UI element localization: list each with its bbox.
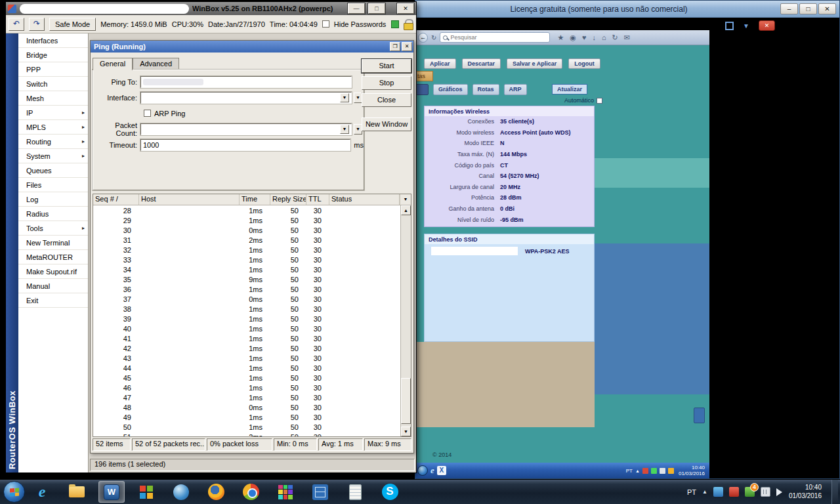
taskbar-item-firefox[interactable] bbox=[203, 481, 229, 503]
close-button[interactable]: Close bbox=[362, 93, 411, 107]
table-row[interactable]: 35 9ms 50 30 bbox=[93, 274, 400, 284]
taskbar-item-skype[interactable]: S bbox=[377, 481, 403, 503]
table-row[interactable]: 42 1ms 50 30 bbox=[93, 343, 400, 353]
webfig-tab-clipped[interactable] bbox=[415, 84, 429, 95]
timeout-input[interactable]: 1000 bbox=[140, 139, 350, 151]
menu-item[interactable]: Routing ▸ bbox=[18, 135, 88, 149]
scrollbar-thumb[interactable] bbox=[401, 378, 411, 424]
interface-combobox[interactable]: ▼ bbox=[140, 92, 352, 104]
close-button[interactable]: ✕ bbox=[402, 42, 412, 51]
column-seq[interactable]: Seq # / bbox=[93, 194, 139, 205]
redo-icon[interactable]: ↷ bbox=[29, 18, 45, 31]
ping-to-input[interactable] bbox=[140, 76, 352, 88]
auto-checkbox[interactable] bbox=[597, 98, 602, 104]
safe-mode-button[interactable]: Safe Mode bbox=[49, 18, 96, 31]
remote-tray-icon-green[interactable] bbox=[651, 468, 657, 474]
remote-keyboard-icon[interactable] bbox=[660, 468, 665, 474]
tray-update-icon[interactable] bbox=[713, 487, 723, 497]
table-row[interactable]: 49 1ms 50 30 bbox=[93, 412, 400, 422]
start-button[interactable] bbox=[3, 481, 25, 503]
tray-activity-icon[interactable]: 4 bbox=[745, 487, 755, 497]
maximize-button[interactable]: □ bbox=[799, 3, 817, 14]
scrollbar-track[interactable] bbox=[401, 215, 411, 427]
menu-item[interactable]: Make Supout.rif bbox=[18, 264, 88, 279]
language-indicator[interactable]: PT bbox=[687, 488, 696, 496]
maximize-button[interactable]: □ bbox=[368, 3, 385, 14]
home-icon[interactable]: ⌂ bbox=[602, 33, 606, 42]
menu-item[interactable]: Interfaces bbox=[18, 33, 88, 48]
new-window-button[interactable]: New Window bbox=[362, 117, 411, 131]
column-host[interactable]: Host bbox=[139, 194, 240, 205]
table-row[interactable]: 44 1ms 50 30 bbox=[93, 363, 400, 373]
menu-item[interactable]: Mesh bbox=[18, 91, 88, 106]
refresh-button[interactable]: Atualizar bbox=[552, 84, 587, 94]
combo-arrow-icon[interactable]: ▼ bbox=[340, 125, 349, 134]
table-row[interactable]: 28 1ms 50 30 bbox=[93, 205, 400, 215]
menu-item[interactable]: Switch bbox=[18, 77, 88, 91]
column-ttl[interactable]: TTL bbox=[306, 194, 329, 205]
menu-item[interactable]: MetaROUTER bbox=[18, 250, 88, 264]
minimize-button[interactable]: — bbox=[348, 3, 365, 14]
remote-volume-icon[interactable] bbox=[668, 468, 674, 474]
taskbar-item-ie[interactable]: e bbox=[29, 481, 55, 503]
teamviewer-titlebar[interactable]: Licença gratuita (somente para uso não c… bbox=[415, 1, 839, 18]
table-row[interactable]: 46 1ms 50 30 bbox=[93, 383, 400, 392]
table-row[interactable]: 29 1ms 50 30 bbox=[93, 215, 400, 225]
menu-item[interactable]: Exit bbox=[18, 293, 88, 308]
taskbar-item-notepad[interactable] bbox=[342, 481, 368, 503]
search-input[interactable] bbox=[450, 34, 547, 41]
fullscreen-icon[interactable] bbox=[725, 22, 734, 30]
tray-antivirus-icon[interactable] bbox=[729, 487, 739, 497]
table-row[interactable]: 41 1ms 50 30 bbox=[93, 333, 400, 343]
menu-item[interactable]: System ▸ bbox=[18, 149, 88, 163]
column-options-icon[interactable]: ▼ bbox=[400, 194, 411, 205]
remote-language-indicator[interactable]: PT bbox=[626, 468, 633, 474]
table-row[interactable]: 48 0ms 50 30 bbox=[93, 402, 400, 412]
taskbar-item-colorgrid[interactable] bbox=[133, 481, 159, 503]
vertical-scrollbar[interactable]: ▲ ▼ bbox=[400, 205, 411, 436]
table-row[interactable]: 51 2ms 50 30 bbox=[93, 432, 400, 436]
column-time[interactable]: Time bbox=[240, 194, 270, 205]
refresh-icon[interactable]: ↻ bbox=[612, 33, 618, 42]
menu-item[interactable]: MPLS ▸ bbox=[18, 120, 88, 135]
table-row[interactable]: 32 1ms 50 30 bbox=[93, 245, 400, 255]
column-status[interactable]: Status bbox=[329, 194, 400, 205]
combo-arrow-icon[interactable]: ▼ bbox=[340, 93, 349, 102]
packet-count-combobox[interactable]: ▼ bbox=[140, 123, 352, 135]
table-row[interactable]: 43 1ms 50 30 bbox=[93, 353, 400, 363]
start-button[interactable]: Start bbox=[362, 59, 411, 73]
back-icon[interactable]: ← bbox=[418, 33, 428, 43]
remote-start-button[interactable] bbox=[417, 465, 428, 476]
minimize-button[interactable]: – bbox=[780, 3, 798, 14]
session-close-button[interactable]: ✕ bbox=[759, 20, 775, 31]
webfig-action-button[interactable]: Aplicar bbox=[424, 58, 456, 69]
tab-advanced[interactable]: Advanced bbox=[133, 58, 179, 70]
table-row[interactable]: 37 0ms 50 30 bbox=[93, 294, 400, 304]
hide-passwords-checkbox[interactable] bbox=[322, 20, 329, 28]
undo-icon[interactable]: ↶ bbox=[9, 18, 24, 31]
column-reply-size[interactable]: Reply Size bbox=[270, 194, 306, 205]
table-row[interactable]: 33 1ms 50 30 bbox=[93, 255, 400, 264]
reload-icon[interactable]: ↻ bbox=[431, 33, 436, 42]
close-button[interactable]: ✕ bbox=[397, 3, 414, 14]
scroll-up-icon[interactable]: ▲ bbox=[401, 205, 411, 215]
table-row[interactable]: 34 1ms 50 30 bbox=[93, 264, 400, 274]
table-row[interactable]: 47 1ms 50 30 bbox=[93, 392, 400, 402]
table-row[interactable]: 50 1ms 50 30 bbox=[93, 422, 400, 432]
search-box[interactable] bbox=[440, 32, 550, 43]
shield-icon[interactable]: ◉ bbox=[570, 33, 576, 42]
ping-titlebar[interactable]: Ping (Running) ❒ ✕ bbox=[91, 41, 413, 52]
menu-item[interactable]: Radius bbox=[18, 207, 88, 221]
table-row[interactable]: 30 0ms 50 30 bbox=[93, 225, 400, 235]
menu-item[interactable]: Manual bbox=[18, 279, 88, 293]
show-desktop-button[interactable] bbox=[831, 480, 838, 504]
restore-button[interactable]: ❒ bbox=[390, 42, 400, 51]
webfig-partial-tab-left[interactable]: tas bbox=[415, 71, 433, 81]
menu-item[interactable]: New Terminal bbox=[18, 236, 88, 250]
taskbar-item-winbox[interactable]: W bbox=[98, 481, 125, 503]
tray-keyboard-icon[interactable] bbox=[761, 487, 770, 497]
menu-item[interactable]: IP ▸ bbox=[18, 106, 88, 120]
webfig-action-button[interactable]: Logout bbox=[568, 58, 600, 69]
remote-x-app-icon[interactable]: X bbox=[437, 466, 446, 475]
menu-item[interactable]: Log bbox=[18, 192, 88, 207]
